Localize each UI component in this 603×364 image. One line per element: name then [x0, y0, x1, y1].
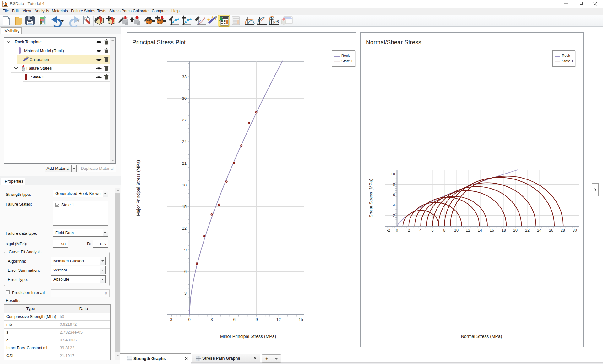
svg-text:-3: -3	[169, 317, 172, 322]
svg-text:12: 12	[182, 226, 187, 231]
svg-text:6: 6	[432, 228, 434, 233]
svg-text:10: 10	[391, 172, 395, 176]
svg-text:A: A	[219, 16, 223, 22]
svg-text:6: 6	[184, 269, 187, 274]
svg-text:27: 27	[182, 118, 187, 122]
svg-text:18: 18	[502, 228, 506, 233]
svg-text:20: 20	[513, 228, 518, 233]
svg-text:16: 16	[490, 228, 494, 233]
svg-text:3: 3	[210, 317, 213, 322]
svg-text:Major Principal Stress (MPa): Major Principal Stress (MPa)	[136, 160, 141, 216]
svg-text:24: 24	[182, 139, 187, 144]
svg-text:3: 3	[184, 291, 187, 296]
svg-text:14: 14	[478, 228, 482, 233]
svg-text:Normal Stress (MPa): Normal Stress (MPa)	[461, 334, 502, 339]
svg-text:28: 28	[561, 228, 565, 233]
svg-text:10: 10	[454, 228, 459, 233]
svg-text:6: 6	[393, 193, 395, 197]
svg-text:0: 0	[396, 228, 398, 233]
svg-text:9: 9	[255, 317, 258, 322]
svg-text:21: 21	[182, 161, 187, 166]
svg-text:8: 8	[393, 182, 395, 187]
svg-text:Minor Principal Stress (MPa): Minor Principal Stress (MPa)	[220, 334, 276, 339]
svg-text:8: 8	[443, 228, 446, 233]
svg-text:9: 9	[184, 248, 187, 252]
svg-text:12: 12	[276, 317, 281, 322]
svg-text:12: 12	[466, 228, 470, 233]
svg-text:Shear Stress (MPa): Shear Stress (MPa)	[368, 179, 373, 217]
svg-text:6: 6	[233, 317, 235, 322]
svg-text:2: 2	[393, 213, 395, 218]
svg-text:-2: -2	[387, 228, 390, 233]
svg-text:22: 22	[525, 228, 530, 233]
svg-text:33: 33	[182, 74, 187, 79]
svg-text:18: 18	[182, 183, 187, 187]
svg-text:26: 26	[549, 228, 553, 233]
svg-text:4: 4	[393, 203, 395, 207]
svg-text:c6: c6	[274, 19, 279, 24]
svg-text:30: 30	[182, 96, 187, 101]
svg-text:2: 2	[408, 228, 410, 233]
svg-text:15: 15	[299, 317, 303, 322]
svg-text:0: 0	[188, 317, 190, 322]
svg-text:4: 4	[420, 228, 422, 233]
svg-text:24: 24	[537, 228, 541, 233]
svg-text:15: 15	[182, 204, 187, 209]
svg-text:30: 30	[573, 228, 577, 233]
